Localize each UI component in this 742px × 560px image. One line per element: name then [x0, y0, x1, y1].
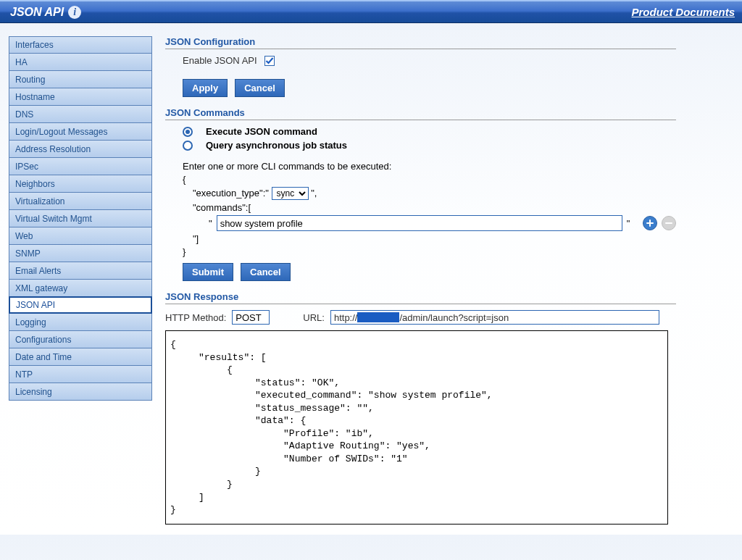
- url-suffix: /admin/launch?script=json: [399, 312, 509, 323]
- sidebar: InterfacesHARoutingHostnameDNSLogin/Logo…: [9, 36, 152, 535]
- main-content: JSON Configuration Enable JSON API Apply…: [165, 36, 738, 535]
- sidebar-item-neighbors[interactable]: Neighbors: [9, 175, 152, 193]
- info-icon[interactable]: i: [68, 6, 81, 19]
- sidebar-item-login-logout-messages[interactable]: Login/Logout Messages: [9, 123, 152, 141]
- url-field[interactable]: http:// /admin/launch?script=json: [330, 310, 659, 325]
- exec-type-key: "execution_type":": [193, 188, 272, 198]
- enable-json-checkbox[interactable]: [264, 56, 275, 66]
- close-array-line: "]: [183, 233, 676, 244]
- section-title: JSON Configuration: [165, 36, 676, 49]
- sidebar-item-web[interactable]: Web: [9, 227, 152, 245]
- command-input[interactable]: [217, 215, 622, 231]
- minus-icon: [664, 219, 673, 227]
- sidebar-item-virtualization[interactable]: Virtualization: [9, 193, 152, 210]
- page-title: JSON API: [10, 6, 64, 19]
- sidebar-item-ipsec[interactable]: IPSec: [9, 158, 152, 175]
- sidebar-item-configurations[interactable]: Configurations: [9, 331, 152, 348]
- sidebar-item-logging[interactable]: Logging: [9, 314, 152, 331]
- sidebar-item-date-and-time[interactable]: Date and Time: [9, 348, 152, 366]
- sidebar-item-ntp[interactable]: NTP: [9, 366, 152, 383]
- sidebar-item-email-alerts[interactable]: Email Alerts: [9, 262, 152, 280]
- sidebar-item-snmp[interactable]: SNMP: [9, 245, 152, 262]
- cancel-commands-button[interactable]: Cancel: [241, 263, 291, 281]
- url-redacted-host: [357, 312, 399, 322]
- top-banner: JSON API i Product Documents: [0, 0, 742, 23]
- radio-query-label: Query asynchronous job status: [206, 140, 347, 151]
- url-prefix: http://: [334, 312, 358, 323]
- commands-key-line: "commands":[: [183, 202, 676, 213]
- sidebar-item-licensing[interactable]: Licensing: [9, 383, 152, 401]
- enable-json-label: Enable JSON API: [183, 55, 257, 66]
- sidebar-item-interfaces[interactable]: Interfaces: [9, 36, 152, 54]
- sidebar-item-xml-gateway[interactable]: XML gateway: [9, 280, 152, 297]
- quote-close: ": [627, 218, 630, 229]
- json-brace-open: {: [183, 174, 676, 185]
- submit-button[interactable]: Submit: [183, 263, 233, 281]
- sidebar-item-virtual-switch-mgmt[interactable]: Virtual Switch Mgmt: [9, 210, 152, 227]
- sidebar-item-hostname[interactable]: Hostname: [9, 88, 152, 106]
- sidebar-item-ha[interactable]: HA: [9, 54, 152, 71]
- section-title: JSON Commands: [165, 107, 676, 120]
- product-documents-link[interactable]: Product Documents: [631, 6, 735, 18]
- execution-type-line: "execution_type":" sync ",: [183, 187, 676, 200]
- sidebar-item-address-resolution[interactable]: Address Resolution: [9, 141, 152, 158]
- json-configuration-section: JSON Configuration Enable JSON API Apply…: [165, 36, 676, 97]
- sidebar-item-json-api[interactable]: JSON API: [9, 296, 152, 314]
- check-icon: [265, 57, 274, 65]
- sidebar-item-routing[interactable]: Routing: [9, 71, 152, 88]
- commands-instruction: Enter one or more CLI commands to be exe…: [183, 161, 676, 172]
- cancel-button[interactable]: Cancel: [235, 79, 285, 97]
- remove-command-button[interactable]: [662, 216, 676, 230]
- radio-execute-label: Execute JSON command: [206, 126, 317, 137]
- radio-query-status[interactable]: [183, 141, 193, 151]
- json-commands-section: JSON Commands Execute JSON command Query…: [165, 107, 676, 281]
- quote-open: ": [209, 218, 212, 229]
- exec-type-suffix: ",: [311, 188, 317, 198]
- json-brace-close: }: [183, 246, 676, 257]
- apply-button[interactable]: Apply: [183, 79, 228, 97]
- json-response-section: JSON Response HTTP Method: URL: http:// …: [165, 291, 676, 525]
- response-body: { "results": [ { "status": "OK", "execut…: [165, 330, 668, 525]
- section-title: JSON Response: [165, 291, 676, 304]
- http-method-field[interactable]: [232, 310, 270, 325]
- radio-execute-command[interactable]: [183, 127, 193, 137]
- add-command-button[interactable]: [643, 216, 657, 230]
- sidebar-item-dns[interactable]: DNS: [9, 106, 152, 123]
- plus-icon: [646, 219, 654, 227]
- banner-left: JSON API i: [10, 6, 81, 19]
- http-method-label: HTTP Method:: [165, 312, 226, 323]
- url-label: URL:: [303, 312, 325, 323]
- execution-type-select[interactable]: sync: [272, 187, 309, 200]
